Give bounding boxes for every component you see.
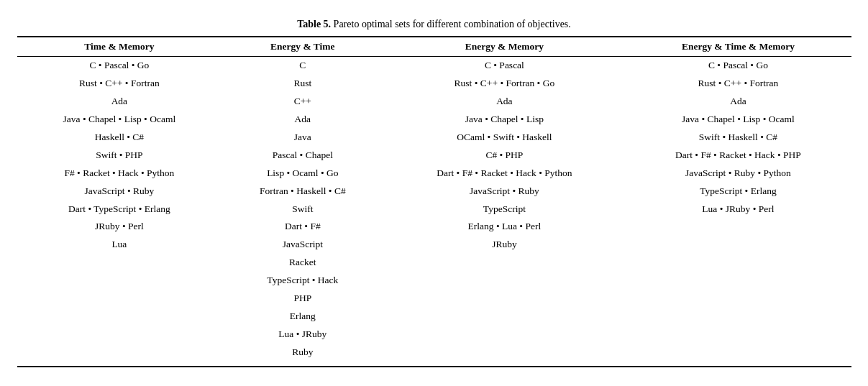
cell-energy-memory-6: Dart • F# • Racket • Hack • Python [383, 165, 625, 183]
cell-energy-time-memory-11 [625, 254, 851, 272]
cell-energy-time-1: Rust [221, 75, 383, 93]
cell-energy-time-12: TypeScript • Hack [221, 272, 383, 290]
cell-energy-time-15: Lua • JRuby [221, 326, 383, 344]
cell-energy-memory-1: Rust • C++ • Fortran • Go [383, 75, 625, 93]
cell-energy-time-memory-4: Swift • Haskell • C# [625, 129, 851, 147]
header-energy-memory: Energy & Memory [383, 37, 625, 57]
cell-energy-time-memory-7: TypeScript • Erlang [625, 183, 851, 201]
cell-time-memory-12 [17, 272, 222, 290]
cell-energy-time-8: Swift [221, 201, 383, 219]
cell-energy-time-memory-5: Dart • F# • Racket • Hack • PHP [625, 147, 851, 165]
header-time-memory: Time & Memory [17, 37, 222, 57]
cell-time-memory-2: Ada [17, 93, 222, 111]
header-row: Time & Memory Energy & Time Energy & Mem… [17, 37, 851, 57]
cell-energy-memory-2: Ada [383, 93, 625, 111]
cell-energy-memory-14 [383, 308, 625, 326]
cell-energy-memory-16 [383, 344, 625, 367]
cell-energy-time-memory-3: Java • Chapel • Lisp • Ocaml [625, 111, 851, 129]
table-row: JavaScript • RubyFortran • Haskell • C#J… [17, 183, 851, 201]
cell-energy-memory-3: Java • Chapel • Lisp [383, 111, 625, 129]
cell-time-memory-7: JavaScript • Ruby [17, 183, 222, 201]
table-row: PHP [17, 290, 851, 308]
table-row: Lua • JRuby [17, 326, 851, 344]
cell-energy-time-3: Ada [221, 111, 383, 129]
cell-energy-time-memory-12 [625, 272, 851, 290]
cell-energy-time-16: Ruby [221, 344, 383, 367]
cell-energy-time-4: Java [221, 129, 383, 147]
cell-time-memory-11 [17, 254, 222, 272]
table-row: C • Pascal • GoCC • PascalC • Pascal • G… [17, 57, 851, 75]
cell-energy-time-memory-6: JavaScript • Ruby • Python [625, 165, 851, 183]
cell-energy-time-14: Erlang [221, 308, 383, 326]
cell-time-memory-10: Lua [17, 236, 222, 254]
cell-time-memory-5: Swift • PHP [17, 147, 222, 165]
table-row: Racket [17, 254, 851, 272]
cell-energy-time-9: Dart • F# [221, 218, 383, 236]
cell-energy-time-7: Fortran • Haskell • C# [221, 183, 383, 201]
header-energy-time: Energy & Time [221, 37, 383, 57]
cell-energy-time-11: Racket [221, 254, 383, 272]
cell-energy-time-2: C++ [221, 93, 383, 111]
table-row: Rust • C++ • FortranRustRust • C++ • For… [17, 75, 851, 93]
cell-time-memory-0: C • Pascal • Go [17, 57, 222, 75]
table-row: Java • Chapel • Lisp • OcamlAdaJava • Ch… [17, 111, 851, 129]
cell-energy-time-memory-2: Ada [625, 93, 851, 111]
cell-time-memory-15 [17, 326, 222, 344]
cell-time-memory-8: Dart • TypeScript • Erlang [17, 201, 222, 219]
cell-energy-memory-10: JRuby [383, 236, 625, 254]
table-row: Ruby [17, 344, 851, 367]
cell-energy-memory-7: JavaScript • Ruby [383, 183, 625, 201]
caption-bold: Table 5. [297, 19, 331, 29]
cell-energy-time-memory-9 [625, 218, 851, 236]
table-row: LuaJavaScriptJRuby [17, 236, 851, 254]
cell-energy-time-6: Lisp • Ocaml • Go [221, 165, 383, 183]
table-caption: Table 5. Pareto optimal sets for differe… [17, 19, 851, 30]
cell-energy-memory-5: C# • PHP [383, 147, 625, 165]
cell-energy-time-memory-1: Rust • C++ • Fortran [625, 75, 851, 93]
cell-energy-memory-4: OCaml • Swift • Haskell [383, 129, 625, 147]
cell-time-memory-14 [17, 308, 222, 326]
cell-energy-memory-15 [383, 326, 625, 344]
cell-energy-memory-13 [383, 290, 625, 308]
table-row: Swift • PHPPascal • ChapelC# • PHPDart •… [17, 147, 851, 165]
cell-time-memory-16 [17, 344, 222, 367]
table-row: TypeScript • Hack [17, 272, 851, 290]
cell-energy-memory-9: Erlang • Lua • Perl [383, 218, 625, 236]
table-row: AdaC++AdaAda [17, 93, 851, 111]
cell-time-memory-6: F# • Racket • Hack • Python [17, 165, 222, 183]
cell-time-memory-3: Java • Chapel • Lisp • Ocaml [17, 111, 222, 129]
main-table: Time & Memory Energy & Time Energy & Mem… [17, 36, 851, 367]
cell-energy-time-memory-14 [625, 308, 851, 326]
cell-energy-memory-11 [383, 254, 625, 272]
cell-energy-time-5: Pascal • Chapel [221, 147, 383, 165]
cell-energy-time-memory-13 [625, 290, 851, 308]
table-row: Haskell • C#JavaOCaml • Swift • HaskellS… [17, 129, 851, 147]
cell-time-memory-9: JRuby • Perl [17, 218, 222, 236]
cell-energy-memory-8: TypeScript [383, 201, 625, 219]
cell-energy-memory-12 [383, 272, 625, 290]
table-row: Dart • TypeScript • ErlangSwiftTypeScrip… [17, 201, 851, 219]
cell-energy-memory-0: C • Pascal [383, 57, 625, 75]
table-row: JRuby • PerlDart • F#Erlang • Lua • Perl [17, 218, 851, 236]
cell-energy-time-memory-15 [625, 326, 851, 344]
caption-text: Pareto optimal sets for different combin… [331, 19, 571, 29]
table-row: Erlang [17, 308, 851, 326]
cell-time-memory-4: Haskell • C# [17, 129, 222, 147]
cell-energy-time-memory-10 [625, 236, 851, 254]
table-row: F# • Racket • Hack • PythonLisp • Ocaml … [17, 165, 851, 183]
cell-energy-time-13: PHP [221, 290, 383, 308]
cell-energy-time-10: JavaScript [221, 236, 383, 254]
cell-energy-time-memory-0: C • Pascal • Go [625, 57, 851, 75]
cell-energy-time-memory-8: Lua • JRuby • Perl [625, 201, 851, 219]
cell-energy-time-memory-16 [625, 344, 851, 367]
cell-time-memory-1: Rust • C++ • Fortran [17, 75, 222, 93]
header-energy-time-memory: Energy & Time & Memory [625, 37, 851, 57]
cell-time-memory-13 [17, 290, 222, 308]
cell-energy-time-0: C [221, 57, 383, 75]
table-container: Table 5. Pareto optimal sets for differe… [17, 19, 851, 367]
